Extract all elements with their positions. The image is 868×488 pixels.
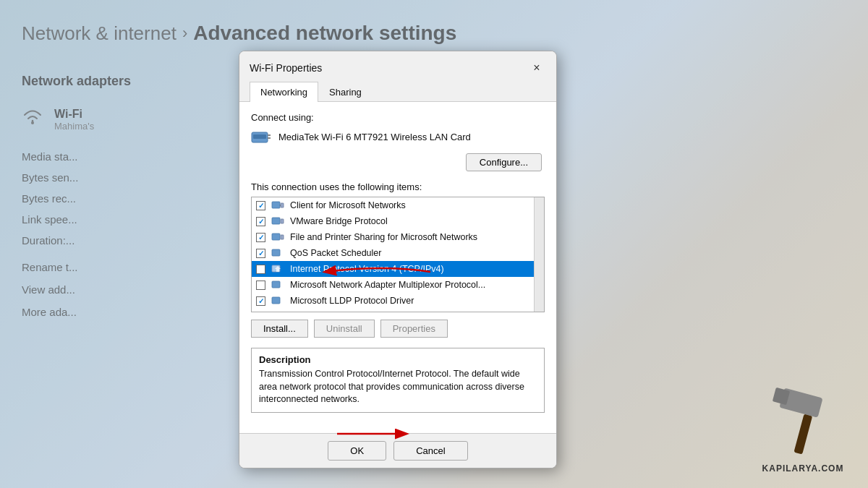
list-item-lldp[interactable]: Microsoft LLDP Protocol Driver	[252, 293, 544, 309]
checkbox-multiplexor[interactable]	[256, 281, 265, 290]
item-icon-client-networks	[271, 200, 284, 211]
checkbox-file-printer[interactable]	[256, 233, 265, 242]
checkbox-ipv4[interactable]	[256, 265, 265, 274]
item-label-ipv4: Internet Protocol Version 4 (TCP/IPv4)	[290, 264, 444, 274]
svg-rect-4	[253, 134, 266, 139]
configure-button[interactable]: Configure...	[466, 153, 542, 171]
description-box: Description Transmission Control Protoco…	[251, 348, 545, 413]
wifi-properties-dialog: Wi-Fi Properties × Networking Sharing Co…	[239, 51, 557, 468]
svg-rect-5	[272, 202, 280, 208]
tab-sharing[interactable]: Sharing	[318, 82, 373, 102]
item-icon-lldp	[271, 295, 284, 307]
uninstall-button[interactable]: Uninstall	[314, 320, 375, 338]
svg-rect-12	[272, 249, 280, 256]
item-label-client-networks: Client for Microsoft Networks	[290, 200, 406, 210]
item-label-lldp: Microsoft LLDP Protocol Driver	[290, 296, 414, 306]
dialog-body: Connect using: MediaTek Wi-Fi 6 MT7921 W…	[239, 102, 556, 433]
svg-rect-2	[268, 134, 271, 136]
adapter-icon	[251, 129, 271, 145]
item-icon-vmware	[271, 215, 284, 227]
watermark: KAPILARYA.COM	[760, 463, 846, 474]
svg-rect-9	[281, 219, 284, 223]
list-item-qos[interactable]: QoS Packet Scheduler	[252, 245, 544, 261]
svg-rect-10	[272, 234, 280, 240]
svg-rect-15	[272, 297, 280, 304]
dialog-tabs: Networking Sharing	[239, 82, 556, 102]
dialog-titlebar: Wi-Fi Properties ×	[239, 51, 556, 82]
list-item-multiplexor[interactable]: Microsoft Network Adapter Multiplexor Pr…	[252, 277, 544, 293]
cancel-button[interactable]: Cancel	[393, 441, 467, 461]
item-label-multiplexor: Microsoft Network Adapter Multiplexor Pr…	[290, 280, 485, 290]
svg-rect-8	[272, 218, 280, 224]
checkbox-qos[interactable]	[256, 249, 265, 258]
action-buttons: Install... Uninstall Properties	[251, 320, 545, 338]
properties-button[interactable]: Properties	[380, 320, 448, 338]
svg-rect-11	[281, 235, 284, 239]
ok-button[interactable]: OK	[328, 441, 386, 461]
list-item-vmware[interactable]: VMware Bridge Protocol	[252, 213, 544, 229]
tab-networking[interactable]: Networking	[250, 82, 318, 102]
adapter-name: MediaTek Wi-Fi 6 MT7921 Wireless LAN Car…	[278, 132, 471, 142]
checkbox-vmware[interactable]	[256, 217, 265, 226]
dialog-close-button[interactable]: ×	[527, 59, 546, 77]
item-icon-qos	[271, 247, 284, 259]
hammer-icon	[760, 378, 846, 458]
svg-rect-18	[793, 414, 812, 454]
list-item-ipv4[interactable]: Internet Protocol Version 4 (TCP/IPv4)	[252, 261, 544, 277]
hammer-area: KAPILARYA.COM	[760, 378, 846, 474]
checkbox-lldp[interactable]	[256, 296, 265, 306]
dialog-footer: OK Cancel	[239, 433, 556, 468]
item-label-vmware: VMware Bridge Protocol	[290, 216, 388, 226]
description-text: Transmission Control Protocol/Internet P…	[259, 368, 537, 406]
items-listbox[interactable]: Client for Microsoft Networks VMware Bri…	[251, 197, 545, 312]
svg-rect-6	[281, 203, 284, 207]
item-icon-file-printer	[271, 231, 284, 243]
svg-rect-14	[272, 281, 280, 288]
dialog-title-text: Wi-Fi Properties	[250, 62, 322, 74]
list-item-file-printer[interactable]: File and Printer Sharing for Microsoft N…	[252, 229, 544, 245]
listbox-scrollbar[interactable]	[534, 197, 544, 312]
item-label-file-printer: File and Printer Sharing for Microsoft N…	[290, 232, 477, 242]
checkbox-client-networks[interactable]	[256, 201, 265, 210]
connect-using-label: Connect using:	[251, 112, 545, 123]
description-title: Description	[259, 354, 537, 365]
item-label-qos: QoS Packet Scheduler	[290, 248, 381, 258]
item-icon-multiplexor	[271, 279, 284, 291]
adapter-row: MediaTek Wi-Fi 6 MT7921 Wireless LAN Car…	[251, 129, 545, 145]
list-item-client-networks[interactable]: Client for Microsoft Networks	[252, 197, 544, 213]
item-icon-ipv4	[271, 263, 284, 275]
install-button[interactable]: Install...	[251, 320, 308, 338]
svg-rect-3	[268, 137, 271, 139]
connection-items-label: This connection uses the following items…	[251, 181, 545, 192]
